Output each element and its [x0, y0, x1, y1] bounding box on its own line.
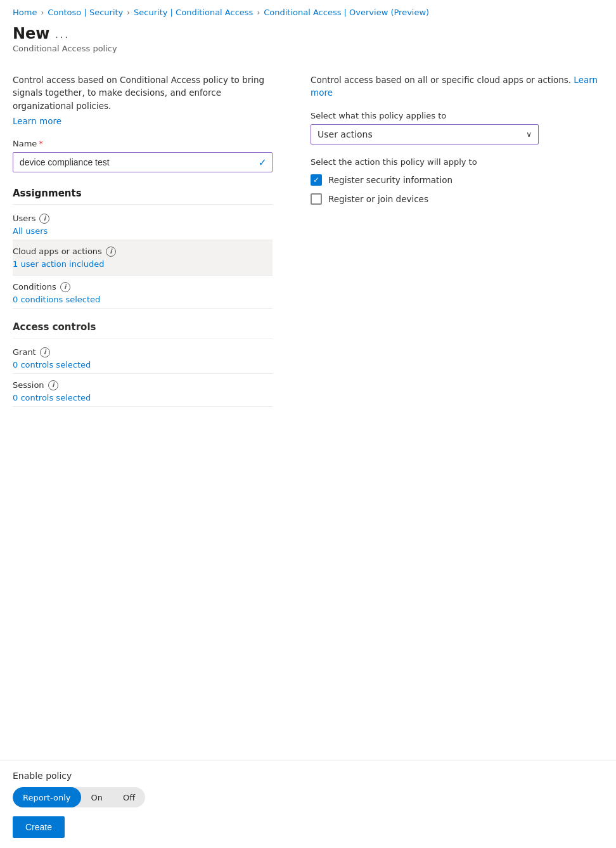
toggle-off[interactable]: Off [113, 787, 145, 807]
breadcrumb-sep-2: › [127, 8, 130, 17]
conditions-row: Conditions i 0 conditions selected [13, 276, 273, 309]
checkbox-register-security-row: ✓ Register security information [311, 174, 603, 186]
footer-bar: Enable policy Report-only On Off Create [0, 760, 616, 848]
applies-to-dropdown[interactable]: User actions ∨ [311, 124, 539, 145]
required-star: * [39, 139, 43, 148]
breadcrumb-security-ca[interactable]: Security | Conditional Access [134, 8, 253, 17]
cloud-apps-label: Cloud apps or actions [13, 247, 102, 256]
right-panel: Control access based on all or specific … [298, 74, 603, 407]
grant-info-icon[interactable]: i [40, 347, 50, 357]
name-label: Name * [13, 139, 273, 148]
checkbox-register-security[interactable]: ✓ [311, 174, 322, 186]
action-label: Select the action this policy will apply… [311, 157, 603, 167]
checkbox-register-security-label: Register security information [328, 175, 452, 185]
checkbox-register-devices[interactable] [311, 193, 322, 205]
toggle-on[interactable]: On [81, 787, 113, 807]
session-info-icon[interactable]: i [48, 380, 58, 390]
name-section: Name * ✓ [13, 139, 273, 172]
main-content: Control access based on Conditional Acce… [0, 63, 616, 407]
users-value[interactable]: All users [13, 226, 273, 236]
breadcrumb-sep-1: › [41, 8, 44, 17]
dropdown-value: User actions [318, 129, 373, 139]
session-value[interactable]: 0 controls selected [13, 393, 273, 402]
grant-row: Grant i 0 controls selected [13, 341, 273, 374]
breadcrumb: Home › Contoso | Security › Security | C… [0, 0, 616, 22]
left-description: Control access based on Conditional Acce… [13, 74, 273, 112]
access-controls-header: Access controls [13, 321, 273, 338]
users-info-icon[interactable]: i [39, 214, 49, 224]
toggle-pill: Report-only On Off [13, 787, 145, 807]
checkmark-icon: ✓ [313, 176, 319, 184]
page-title-ellipsis[interactable]: ... [55, 27, 70, 41]
left-panel: Control access based on Conditional Acce… [13, 74, 298, 407]
name-input-wrapper: ✓ [13, 152, 273, 172]
users-row: Users i All users [13, 207, 273, 240]
cloud-apps-info-icon[interactable]: i [106, 247, 116, 257]
breadcrumb-contoso[interactable]: Contoso | Security [48, 8, 123, 17]
toggle-report-only[interactable]: Report-only [13, 787, 81, 807]
page-subtitle: Conditional Access policy [13, 44, 603, 53]
assignments-header: Assignments [13, 188, 273, 205]
left-learn-more-link[interactable]: Learn more [13, 116, 61, 126]
cloud-apps-row: Cloud apps or actions i 1 user action in… [13, 240, 273, 276]
dropdown-display: User actions [311, 125, 538, 144]
toggle-group: Report-only On Off [13, 787, 603, 807]
conditions-info-icon[interactable]: i [60, 282, 70, 292]
page-title-text: New [13, 25, 50, 42]
breadcrumb-home[interactable]: Home [13, 8, 37, 17]
conditions-value[interactable]: 0 conditions selected [13, 295, 273, 304]
session-label: Session [13, 380, 44, 390]
name-input[interactable] [13, 153, 272, 172]
page-header: New ... Conditional Access policy [0, 22, 616, 63]
chevron-down-icon: ∨ [526, 130, 532, 139]
grant-value[interactable]: 0 controls selected [13, 360, 273, 369]
cloud-apps-value[interactable]: 1 user action included [13, 259, 267, 269]
checkbox-register-devices-label: Register or join devices [328, 194, 428, 204]
applies-label: Select what this policy applies to [311, 111, 603, 120]
enable-policy-label: Enable policy [13, 771, 603, 781]
grant-label: Grant [13, 347, 36, 357]
users-label: Users [13, 214, 35, 223]
checkbox-register-devices-row: Register or join devices [311, 193, 603, 205]
session-row: Session i 0 controls selected [13, 374, 273, 407]
check-icon: ✓ [259, 156, 267, 168]
breadcrumb-ca-overview[interactable]: Conditional Access | Overview (Preview) [264, 8, 429, 17]
breadcrumb-sep-3: › [257, 8, 260, 17]
right-description: Control access based on all or specific … [311, 74, 603, 100]
conditions-label: Conditions [13, 282, 56, 292]
create-button[interactable]: Create [13, 816, 65, 838]
